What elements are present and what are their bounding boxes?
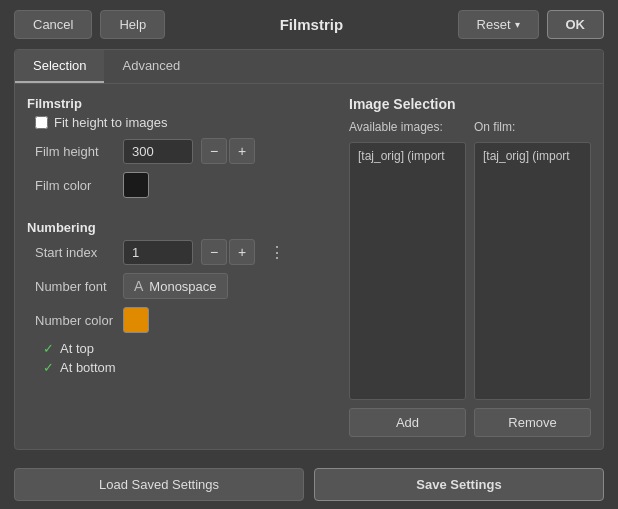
fit-height-checkbox[interactable]	[35, 116, 48, 129]
top-bar: Cancel Help Filmstrip Reset ▾ OK	[0, 0, 618, 49]
film-height-increment[interactable]: +	[229, 138, 255, 164]
number-color-row: Number color	[35, 307, 337, 333]
available-images-label: Available images:	[349, 120, 466, 134]
start-index-decrement[interactable]: −	[201, 239, 227, 265]
fit-height-label: Fit height to images	[54, 115, 167, 130]
tab-selection[interactable]: Selection	[15, 50, 104, 83]
font-name: Monospace	[149, 279, 216, 294]
numbering-title: Numbering	[27, 220, 337, 235]
image-lists: [taj_orig] (import [taj_orig] (import	[349, 142, 591, 400]
reset-label: Reset	[477, 17, 511, 32]
dialog-title: Filmstrip	[173, 16, 449, 33]
content-area: Filmstrip Fit height to images Film heig…	[15, 84, 603, 449]
number-color-label: Number color	[35, 313, 115, 328]
font-icon: A	[134, 278, 143, 294]
ok-button[interactable]: OK	[547, 10, 605, 39]
cancel-button[interactable]: Cancel	[14, 10, 92, 39]
more-options-button[interactable]: ⋮	[263, 241, 291, 264]
film-height-decrement[interactable]: −	[201, 138, 227, 164]
save-settings-button[interactable]: Save Settings	[314, 468, 604, 501]
number-color-swatch[interactable]	[123, 307, 149, 333]
right-panel: Image Selection Available images: On fil…	[349, 96, 591, 437]
fit-height-row: Fit height to images	[35, 115, 337, 130]
filmstrip-section: Filmstrip Fit height to images Film heig…	[27, 96, 337, 206]
numbering-section: Numbering Start index − + ⋮ Number font …	[27, 220, 337, 379]
at-top-label: At top	[60, 341, 94, 356]
film-color-swatch[interactable]	[123, 172, 149, 198]
remove-button[interactable]: Remove	[474, 408, 591, 437]
left-panel: Filmstrip Fit height to images Film heig…	[27, 96, 337, 437]
start-index-stepper: − +	[201, 239, 255, 265]
film-height-row: Film height − +	[35, 138, 337, 164]
number-font-label: Number font	[35, 279, 115, 294]
film-height-label: Film height	[35, 144, 115, 159]
film-color-label: Film color	[35, 178, 115, 193]
at-bottom-checkmark: ✓	[43, 360, 54, 375]
chevron-down-icon: ▾	[515, 19, 520, 30]
main-panel: Selection Advanced Filmstrip Fit height …	[14, 49, 604, 450]
reset-button[interactable]: Reset ▾	[458, 10, 539, 39]
number-font-button[interactable]: A Monospace	[123, 273, 228, 299]
number-font-row: Number font A Monospace	[35, 273, 337, 299]
list-item: [taj_orig] (import	[479, 147, 586, 165]
film-height-input[interactable]	[123, 139, 193, 164]
tabs: Selection Advanced	[15, 50, 603, 84]
list-item: [taj_orig] (import	[354, 147, 461, 165]
add-button[interactable]: Add	[349, 408, 466, 437]
bottom-bar: Load Saved Settings Save Settings	[0, 460, 618, 509]
start-index-increment[interactable]: +	[229, 239, 255, 265]
help-button[interactable]: Help	[100, 10, 165, 39]
film-height-stepper: − +	[201, 138, 255, 164]
load-settings-button[interactable]: Load Saved Settings	[14, 468, 304, 501]
available-images-list[interactable]: [taj_orig] (import	[349, 142, 466, 400]
filmstrip-title: Filmstrip	[27, 96, 337, 111]
at-top-checkmark: ✓	[43, 341, 54, 356]
start-index-row: Start index − + ⋮	[35, 239, 337, 265]
at-bottom-row: ✓ At bottom	[43, 360, 337, 375]
image-selection-title: Image Selection	[349, 96, 591, 112]
on-film-list[interactable]: [taj_orig] (import	[474, 142, 591, 400]
on-film-label: On film:	[474, 120, 591, 134]
at-bottom-label: At bottom	[60, 360, 116, 375]
tab-advanced[interactable]: Advanced	[104, 50, 198, 83]
image-action-row: Add Remove	[349, 408, 591, 437]
film-color-row: Film color	[35, 172, 337, 198]
image-column-headers: Available images: On film:	[349, 120, 591, 134]
at-top-row: ✓ At top	[43, 341, 337, 356]
start-index-label: Start index	[35, 245, 115, 260]
start-index-input[interactable]	[123, 240, 193, 265]
